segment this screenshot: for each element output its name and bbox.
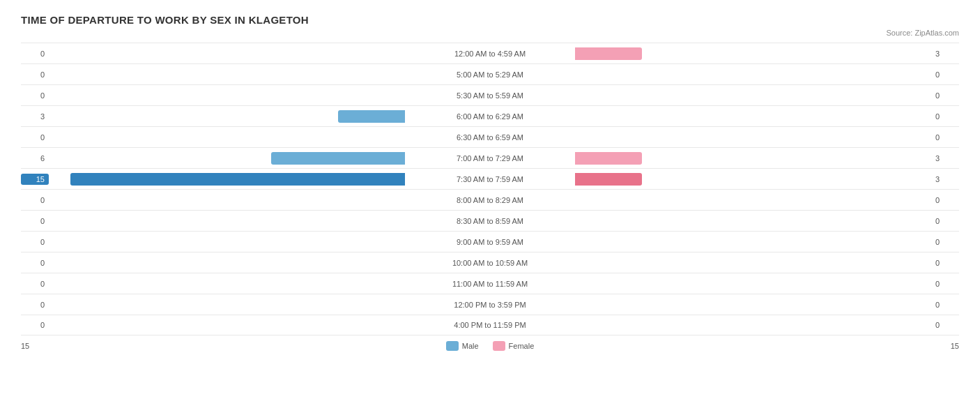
female-bar-wrap [574,273,931,294]
male-bar-wrap [49,315,406,335]
bars-container: 7:00 AM to 7:29 AM [49,148,931,168]
chart-area: 0 12:00 AM to 4:59 AM 3 0 5:00 AM to 5:2… [21,43,959,335]
bars-container: 12:00 PM to 3:59 PM [49,294,931,315]
male-bar [70,173,405,186]
bars-container: 4:00 PM to 11:59 PM [49,315,931,335]
chart-row: 0 5:30 AM to 5:59 AM 0 [21,84,959,105]
male-bar-wrap [49,294,406,315]
male-bar-wrap [49,43,406,63]
source-label: Source: ZipAtlas.com [21,29,959,37]
female-bar-wrap [574,294,931,315]
male-label: Male [462,342,479,350]
male-value: 15 [21,174,49,185]
female-value: 0 [931,301,959,309]
male-bar-wrap [49,273,406,294]
female-bar-wrap [574,252,931,273]
bars-container: 5:00 AM to 5:29 AM [49,64,931,84]
time-label: 6:00 AM to 6:29 AM [406,112,574,121]
male-bar-wrap [49,64,406,84]
male-bar-wrap [49,169,406,189]
time-label: 5:30 AM to 5:59 AM [406,91,574,100]
male-value: 6 [21,154,49,163]
bars-container: 6:30 AM to 6:59 AM [49,127,931,147]
male-bar [338,110,405,123]
female-bar-wrap [574,232,931,252]
footer-right-label: 15 [951,342,959,350]
male-bar-wrap [49,106,406,126]
male-bar-wrap [49,211,406,231]
bars-container: 6:00 AM to 6:29 AM [49,106,931,126]
time-label: 9:00 AM to 9:59 AM [406,238,574,246]
chart-row: 0 8:30 AM to 8:59 AM 0 [21,210,959,231]
female-bar [575,47,642,60]
male-value: 0 [21,259,49,267]
male-value: 0 [21,196,49,204]
female-value: 0 [931,70,959,79]
male-value: 0 [21,301,49,309]
male-bar-wrap [49,127,406,147]
female-value: 0 [931,91,959,100]
female-bar-wrap [574,148,931,168]
bars-container: 7:30 AM to 7:59 AM [49,169,931,189]
female-bar-wrap [574,43,931,63]
male-value: 0 [21,50,49,58]
female-value: 3 [931,50,959,58]
male-bar-wrap [49,232,406,252]
time-label: 7:00 AM to 7:29 AM [406,154,574,163]
chart-row: 0 11:00 AM to 11:59 AM 0 [21,273,959,294]
chart-row: 0 4:00 PM to 11:59 PM 0 [21,315,959,335]
female-value: 0 [931,112,959,121]
time-label: 12:00 AM to 4:59 AM [406,50,574,58]
time-label: 11:00 AM to 11:59 AM [406,280,574,288]
footer-left-label: 15 [21,342,29,350]
male-value: 0 [21,70,49,79]
chart-row: 15 7:30 AM to 7:59 AM 3 [21,168,959,189]
female-bar-wrap [574,85,931,105]
bars-container: 9:00 AM to 9:59 AM [49,232,931,252]
female-label: Female [509,342,535,350]
male-bar-wrap [49,148,406,168]
male-swatch [446,341,459,351]
legend-female: Female [493,341,535,351]
legend-male: Male [446,341,479,351]
female-bar-wrap [574,315,931,335]
female-value: 0 [931,238,959,246]
bars-container: 8:00 AM to 8:29 AM [49,190,931,210]
chart-row: 0 10:00 AM to 10:59 AM 0 [21,252,959,273]
chart-row: 0 12:00 PM to 3:59 PM 0 [21,294,959,315]
male-bar-wrap [49,252,406,273]
chart-row: 0 12:00 AM to 4:59 AM 3 [21,43,959,63]
chart-title: TIME OF DEPARTURE TO WORK BY SEX IN KLAG… [21,14,959,26]
bars-container: 11:00 AM to 11:59 AM [49,273,931,294]
male-bar-wrap [49,85,406,105]
male-value: 0 [21,91,49,100]
female-value: 3 [931,154,959,163]
time-label: 10:00 AM to 10:59 AM [406,259,574,267]
male-bar-wrap [49,190,406,210]
legend: Male Female [446,341,535,351]
time-label: 4:00 PM to 11:59 PM [406,321,574,329]
female-value: 0 [931,280,959,288]
female-bar-wrap [574,211,931,231]
time-label: 6:30 AM to 6:59 AM [406,133,574,142]
female-bar [575,173,642,186]
female-bar-wrap [574,64,931,84]
chart-row: 0 9:00 AM to 9:59 AM 0 [21,231,959,252]
time-label: 8:00 AM to 8:29 AM [406,196,574,204]
chart-row: 0 8:00 AM to 8:29 AM 0 [21,189,959,210]
chart-row: 3 6:00 AM to 6:29 AM 0 [21,105,959,126]
time-label: 12:00 PM to 3:59 PM [406,301,574,309]
time-label: 8:30 AM to 8:59 AM [406,217,574,225]
bars-container: 12:00 AM to 4:59 AM [49,43,931,63]
female-bar-wrap [574,106,931,126]
female-value: 0 [931,321,959,329]
male-bar [271,152,405,165]
chart-row: 0 5:00 AM to 5:29 AM 0 [21,63,959,84]
bars-container: 5:30 AM to 5:59 AM [49,85,931,105]
female-value: 0 [931,196,959,204]
male-value: 0 [21,133,49,142]
male-value: 0 [21,321,49,329]
bars-container: 8:30 AM to 8:59 AM [49,211,931,231]
female-bar [575,152,642,165]
chart-row: 6 7:00 AM to 7:29 AM 3 [21,147,959,168]
